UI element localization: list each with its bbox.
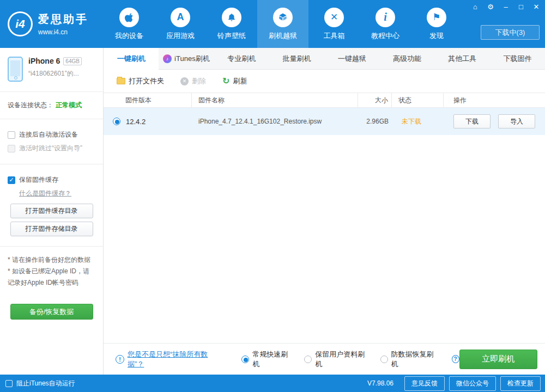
device-name: iPhone 6 — [28, 57, 60, 65]
radio-anti-data-recovery-flash[interactable]: 防数据恢复刷机 — [380, 350, 437, 369]
backup-notes: * 请在操作前备份好您的数据 * 如设备已绑定Apple ID，请 记录好App… — [0, 247, 103, 296]
checkbox-icon — [5, 380, 13, 387]
note-line: * 请在操作前备份好您的数据 — [8, 254, 95, 266]
checkbox-label: 激活时跳过“设置向导” — [19, 144, 82, 153]
tool-label: 删除 — [192, 76, 206, 86]
radio-label: 保留用户资料刷机 — [315, 350, 367, 369]
itunes-icon: ♪ — [163, 54, 172, 63]
tab-pro-flash[interactable]: 专业刷机 — [214, 48, 269, 69]
tab-label: iTunes刷机 — [174, 54, 210, 64]
help-question-icon[interactable]: ? — [452, 355, 459, 363]
info-icon: i — [376, 8, 395, 27]
firmware-name: iPhone_4.7_12.4.1_16G102_Restore.ipsw — [192, 108, 358, 135]
nav-item-discover[interactable]: ⚑ 发现 — [411, 0, 462, 48]
tab-itunes-flash[interactable]: ♪iTunes刷机 — [159, 48, 214, 69]
flash-options-bar: ! 您是不是只想“抹除所有数据”？ 常规快速刷机 保留用户资料刷机 防数据恢复刷… — [104, 343, 545, 375]
note-line: * 如设备已绑定Apple ID，请 — [8, 266, 95, 277]
theme-icon[interactable]: ⌂ — [471, 3, 480, 11]
tool-label: 打开文件夹 — [129, 76, 164, 86]
checkbox-label: 保留固件缓存 — [19, 175, 58, 185]
checkbox-auto-activate[interactable]: 连接后自动激活设备 — [8, 130, 95, 139]
tab-label: 专业刷机 — [227, 54, 256, 64]
delete-button[interactable]: ✕ 删除 — [180, 76, 206, 86]
nav-label: 我的设备 — [115, 31, 143, 41]
tab-other-tools[interactable]: 其他工具 — [435, 48, 490, 69]
flash-now-button[interactable]: 立即刷机 — [459, 350, 537, 369]
app-title: 爱思助手 — [38, 12, 88, 27]
tab-label: 高级功能 — [393, 54, 421, 64]
minimize-icon[interactable]: – — [501, 3, 510, 11]
firmware-size: 2.96GB — [358, 108, 392, 135]
checkbox-skip-setup[interactable]: 激活时跳过“设置向导” — [8, 144, 95, 153]
wechat-official-button[interactable]: 微信公众号 — [449, 376, 496, 391]
flag-icon: ⚑ — [427, 8, 446, 27]
nav-item-toolbox[interactable]: ✕ 工具箱 — [308, 0, 360, 48]
row-radio-selected[interactable] — [113, 118, 120, 125]
radio-icon — [304, 356, 312, 363]
close-icon[interactable]: ✕ — [532, 3, 541, 11]
tab-download-firmware[interactable]: 下载固件 — [490, 48, 545, 69]
firmware-row[interactable]: 12.4.2 iPhone_4.7_12.4.1_16G102_Restore.… — [104, 108, 545, 135]
table-header: 固件版本 固件名称 大小 状态 操作 — [104, 93, 545, 108]
radio-normal-fast-flash[interactable]: 常规快速刷机 — [241, 350, 291, 369]
checkbox-label: 连接后自动激活设备 — [19, 130, 78, 139]
folder-icon — [117, 78, 125, 84]
open-folder-button[interactable]: 打开文件夹 — [117, 76, 164, 86]
content-area: 一键刷机 ♪iTunes刷机 专业刷机 批量刷机 一键越狱 高级功能 其他工具 … — [104, 48, 545, 375]
backup-restore-button[interactable]: 备份/恢复数据 — [10, 304, 93, 320]
nav-label: 应用游戏 — [166, 31, 195, 41]
checkbox-checked-icon: ✓ — [8, 176, 15, 184]
feedback-button[interactable]: 意见反馈 — [404, 376, 445, 391]
tab-advanced[interactable]: 高级功能 — [379, 48, 434, 69]
nav-item-tutorials[interactable]: i 教程中心 — [360, 0, 411, 48]
downloading-button[interactable]: 下载中(3) — [481, 25, 540, 40]
tab-one-click-flash[interactable]: 一键刷机 — [104, 48, 159, 70]
activation-options: 连接后自动激活设备 激活时跳过“设置向导” — [0, 119, 103, 164]
nav-label: 工具箱 — [324, 31, 345, 41]
open-cache-dir-button[interactable]: 打开固件缓存目录 — [10, 204, 93, 218]
main-nav: 我的设备 A 应用游戏 铃声壁纸 刷机越狱 ✕ 工具箱 — [104, 0, 462, 48]
radio-keep-user-data-flash[interactable]: 保留用户资料刷机 — [304, 350, 367, 369]
tab-label: 下载固件 — [503, 54, 531, 64]
nav-item-ringtones-wallpapers[interactable]: 铃声壁纸 — [206, 0, 257, 48]
open-storage-dir-button[interactable]: 打开固件存储目录 — [10, 222, 93, 236]
delete-icon: ✕ — [180, 77, 189, 85]
tab-one-click-jailbreak[interactable]: 一键越狱 — [324, 48, 379, 69]
radio-label: 常规快速刷机 — [252, 350, 291, 369]
tab-label: 其他工具 — [448, 54, 476, 64]
col-header-size: 大小 — [358, 93, 392, 107]
checkbox-icon — [8, 145, 15, 152]
connection-status-value: 正常模式 — [56, 101, 82, 109]
checkbox-keep-cache[interactable]: ✓ 保留固件缓存 — [8, 175, 95, 185]
appstore-icon: A — [171, 8, 190, 27]
flash-mode-radios: 常规快速刷机 保留用户资料刷机 防数据恢复刷机 ? — [241, 350, 459, 369]
device-capacity-badge: 64GB — [63, 57, 82, 65]
erase-all-data-link[interactable]: 您是不是只想“抹除所有数据”？ — [128, 350, 219, 369]
what-is-cache-link[interactable]: 什么是固件缓存？ — [19, 189, 95, 198]
firmware-cache-options: ✓ 保留固件缓存 什么是固件缓存？ 打开固件缓存目录 打开固件存储目录 — [0, 164, 103, 247]
import-button[interactable]: 导入 — [498, 114, 535, 128]
check-update-button[interactable]: 检查更新 — [500, 376, 541, 391]
nav-item-flash-jailbreak[interactable]: 刷机越狱 — [257, 0, 308, 48]
firmware-toolbar: 打开文件夹 ✕ 删除 ↻ 刷新 — [104, 70, 545, 93]
maximize-icon[interactable]: □ — [517, 3, 525, 11]
download-button[interactable]: 下载 — [453, 114, 491, 128]
tab-batch-flash[interactable]: 批量刷机 — [269, 48, 324, 69]
firmware-status: 未下载 — [392, 108, 444, 135]
nav-item-apps-games[interactable]: A 应用游戏 — [155, 0, 206, 48]
settings-gear-icon[interactable]: ⚙ — [486, 3, 495, 11]
col-header-status: 状态 — [392, 93, 444, 107]
sidebar: iPhone 6 64GB “i418062601”的... 设备连接状态：正常… — [0, 48, 104, 375]
connection-status-label: 设备连接状态： — [8, 101, 53, 109]
checkbox-icon — [8, 131, 15, 139]
col-header-actions: 操作 — [444, 93, 545, 107]
radio-icon — [380, 356, 388, 363]
refresh-button[interactable]: ↻ 刷新 — [222, 76, 247, 86]
nav-item-my-devices[interactable]: 我的设备 — [104, 0, 155, 48]
header: i4 爱思助手 www.i4.cn 我的设备 A 应用游戏 铃声壁纸 — [0, 0, 545, 48]
exclamation-circle-icon: ! — [116, 355, 124, 364]
block-itunes-checkbox[interactable]: 阻止iTunes自动运行 — [5, 379, 104, 388]
device-info-panel: iPhone 6 64GB “i418062601”的... — [0, 48, 103, 92]
tab-label: 一键刷机 — [117, 54, 146, 64]
note-line: 记录好Apple ID帐号密码 — [8, 277, 95, 289]
